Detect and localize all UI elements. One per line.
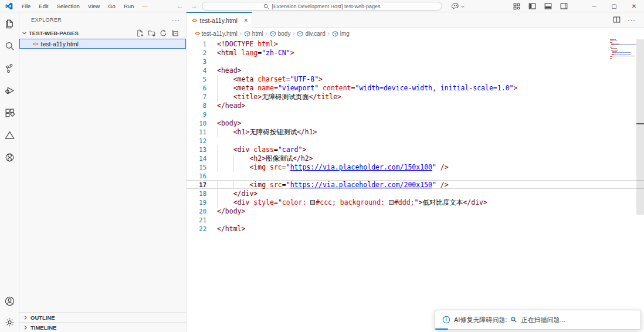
minimap-line: [610, 58, 636, 59]
code-line[interactable]: 14<h2>图像测试</h2>: [187, 154, 644, 162]
menu-[interactable]: ···: [138, 1, 152, 11]
toggle-panel-icon[interactable]: [544, 2, 552, 10]
line-number: 4: [187, 66, 206, 75]
line-number: 14: [187, 154, 206, 163]
indent-guide: [233, 154, 250, 163]
code-line[interactable]: 2<html lang="zh-CN">: [187, 48, 644, 57]
code-line[interactable]: 8</head>: [187, 101, 644, 110]
breadcrumb: <>test-a11y.html›html›body›div.card›img: [187, 28, 644, 39]
menu-bar: FileEditSelectionViewGoRun···: [18, 1, 152, 11]
history-back-icon[interactable]: ←: [177, 2, 184, 10]
source-control-icon[interactable]: [0, 57, 19, 79]
notification-status-text: 正在扫描问题...: [521, 316, 565, 324]
code-line[interactable]: 11<h1>无障碍按钮测试</h1>: [187, 127, 644, 136]
html-file-icon: <>: [33, 41, 38, 47]
indent-guide: [217, 128, 233, 137]
menu-view[interactable]: View: [84, 1, 104, 11]
code-line[interactable]: 5<meta charset="UTF-8">: [187, 74, 644, 83]
collapse-all-icon[interactable]: [171, 29, 179, 37]
chevron-down-icon: [460, 4, 465, 9]
split-editor-icon[interactable]: [613, 16, 621, 23]
settings-gear-icon[interactable]: [0, 312, 19, 332]
history-forward-icon[interactable]: →: [191, 2, 198, 10]
code-line[interactable]: 17<img src="https://via.placeholder.com/…: [187, 180, 644, 189]
menu-selection[interactable]: Selection: [53, 1, 84, 11]
refresh-icon[interactable]: [160, 29, 167, 37]
toggle-sidebar-icon[interactable]: [528, 2, 536, 10]
extension-triangle-icon[interactable]: [0, 124, 19, 146]
outline-section-header[interactable]: OUTLINE: [19, 312, 186, 322]
explorer-icon[interactable]: [0, 12, 19, 35]
window-close-button[interactable]: ✕: [624, 0, 644, 12]
line-number: 21: [187, 216, 206, 225]
new-folder-icon[interactable]: [148, 29, 155, 37]
file-item-label: test-a11y.html: [41, 40, 79, 48]
menu-edit[interactable]: Edit: [35, 1, 52, 11]
code-line[interactable]: 15<img src="https://via.placeholder.com/…: [187, 162, 644, 171]
code-line[interactable]: 22</html>: [187, 224, 644, 233]
code-line[interactable]: 21: [187, 215, 644, 224]
window-maximize-button[interactable]: ▢: [604, 0, 624, 12]
menu-go[interactable]: Go: [104, 1, 120, 11]
breadcrumb-item-html[interactable]: html: [244, 31, 263, 37]
code-line[interactable]: 7<title>无障碍测试页面</title>: [187, 92, 644, 101]
code-lines: 1<!DOCTYPE html>2<html lang="zh-CN">34<h…: [187, 39, 644, 233]
menu-file[interactable]: File: [18, 1, 35, 11]
code-line[interactable]: 10<body>: [187, 118, 644, 127]
info-icon: [442, 316, 450, 324]
timeline-section-header[interactable]: TIMELINE: [19, 322, 186, 332]
line-number: 20: [187, 207, 206, 216]
run-and-debug-icon[interactable]: [0, 79, 19, 101]
editor-more-actions[interactable]: ···: [628, 16, 636, 23]
breadcrumb-item-test-a11y-html[interactable]: <>test-a11y.html: [195, 31, 238, 37]
search-icon: [263, 4, 269, 9]
code-line[interactable]: 20</body>: [187, 206, 644, 215]
tab-close-icon[interactable]: ✕: [243, 18, 248, 23]
breadcrumb-item-div-card[interactable]: div.card: [297, 31, 325, 37]
customize-layout-icon[interactable]: [513, 3, 520, 10]
breadcrumb-separator: ›: [292, 31, 295, 36]
code-line[interactable]: 12: [187, 136, 644, 145]
color-swatch[interactable]: [310, 200, 315, 205]
breadcrumb-item-img[interactable]: img: [332, 31, 350, 37]
code-line[interactable]: 9: [187, 110, 644, 118]
workspace-folder-header[interactable]: TEST-WEB-PAGES: [19, 28, 186, 38]
indent-guide: [233, 181, 250, 189]
scrollbar-slider[interactable]: [636, 39, 644, 215]
extension-stack-icon[interactable]: [0, 146, 19, 168]
indent-guide: [217, 181, 233, 189]
symbol-cube-icon: [270, 31, 276, 37]
copilot-menu[interactable]: [452, 0, 465, 12]
extensions-icon[interactable]: [0, 101, 19, 124]
menu-run[interactable]: Run: [120, 1, 138, 11]
code-editor[interactable]: 1<!DOCTYPE html>2<html lang="zh-CN">34<h…: [187, 39, 644, 331]
file-item-test-a11y[interactable]: <> test-a11y.html: [19, 39, 186, 49]
minimap[interactable]: [610, 39, 636, 331]
code-line[interactable]: 19<div style="color: #ccc; background: #…: [187, 198, 644, 206]
tab-test-a11y[interactable]: <> test-a11y.html ✕: [187, 12, 252, 28]
code-line[interactable]: 1<!DOCTYPE html>: [187, 39, 644, 48]
line-number: 22: [187, 225, 206, 233]
search-icon[interactable]: [0, 35, 19, 57]
copilot-icon: [452, 2, 459, 10]
command-center-search[interactable]: [Extension Development Host] test-web-pa…: [202, 2, 442, 11]
new-file-icon[interactable]: [136, 29, 144, 37]
indent-guide: [217, 75, 233, 84]
explorer-more-actions[interactable]: ···: [172, 16, 180, 23]
window-minimize-button[interactable]: ─: [584, 0, 604, 12]
code-line[interactable]: 16: [187, 171, 644, 180]
color-swatch[interactable]: [389, 200, 394, 205]
code-line[interactable]: 3: [187, 57, 644, 66]
accounts-icon[interactable]: [0, 290, 19, 312]
breadcrumb-item-body[interactable]: body: [270, 31, 291, 37]
code-line[interactable]: 6<meta name="viewport" content="width=de…: [187, 83, 644, 92]
explorer-title: EXPLORER: [31, 17, 62, 23]
code-line[interactable]: 13<div class="card">: [187, 145, 644, 154]
indent-guide: [217, 189, 233, 198]
code-line[interactable]: 18</div>: [187, 189, 644, 198]
notification-toast[interactable]: AI修复无障碍问题: 正在扫描问题...: [435, 310, 641, 330]
toggle-secondary-sidebar-icon[interactable]: [560, 2, 568, 10]
code-line[interactable]: 4<head>: [187, 66, 644, 74]
minimap-line: [610, 56, 636, 56]
indent-guide: [233, 163, 250, 172]
